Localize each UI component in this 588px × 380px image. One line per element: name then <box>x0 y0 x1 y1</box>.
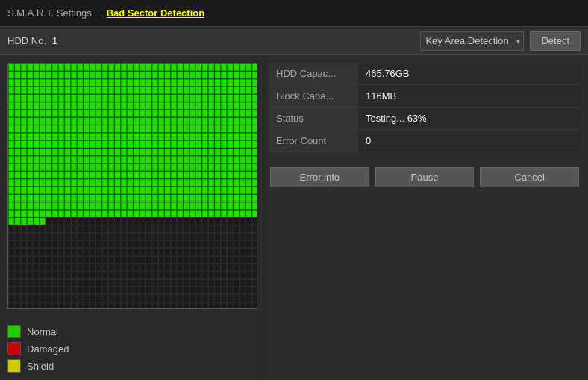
legend-damaged-color <box>7 342 21 355</box>
legend-shield-label: Shield <box>27 361 54 372</box>
hdd-value: 1 <box>52 35 57 46</box>
legend-normal-color <box>7 325 21 338</box>
toolbar: HDD No. 1 Key Area Detection Detect <box>0 27 588 55</box>
error-count-row: Error Count 0 <box>269 130 581 152</box>
detect-button[interactable]: Detect <box>530 31 581 51</box>
key-area-dropdown-wrapper: Key Area Detection <box>420 31 524 51</box>
tab-bad-sector[interactable]: Bad Sector Detection <box>107 7 204 19</box>
error-count-label: Error Count <box>269 130 358 152</box>
hdd-capacity-value: 465.76GB <box>358 63 581 85</box>
grid-container <box>7 63 257 309</box>
legend-normal: Normal <box>7 325 257 338</box>
error-count-value: 0 <box>358 130 581 152</box>
block-capacity-row: Block Capa... 116MB <box>269 85 581 108</box>
key-area-dropdown[interactable]: Key Area Detection <box>420 31 524 51</box>
sector-grid <box>8 63 257 309</box>
status-row: Status Testing... 63% <box>269 108 581 130</box>
action-buttons: Error info Pause Cancel <box>269 167 581 187</box>
main-content: Normal Damaged Shield HDD Capac... 465.7… <box>0 55 588 380</box>
hdd-capacity-row: HDD Capac... 465.76GB <box>269 63 581 85</box>
hdd-capacity-label: HDD Capac... <box>269 63 358 85</box>
error-info-button[interactable]: Error info <box>270 167 369 187</box>
pause-button[interactable]: Pause <box>375 167 475 187</box>
legend: Normal Damaged Shield <box>7 325 257 373</box>
info-table: HDD Capac... 465.76GB Block Capa... 116M… <box>269 63 581 152</box>
tab-smart[interactable]: S.M.A.R.T. Settings <box>7 7 92 19</box>
legend-damaged: Damaged <box>7 342 257 355</box>
legend-normal-label: Normal <box>27 326 58 337</box>
status-label: Status <box>269 108 358 130</box>
legend-shield: Shield <box>7 359 257 373</box>
legend-shield-color <box>7 359 21 373</box>
cancel-button[interactable]: Cancel <box>480 167 579 187</box>
hdd-label: HDD No. <box>7 35 46 46</box>
block-capacity-label: Block Capa... <box>269 85 358 108</box>
legend-damaged-label: Damaged <box>27 343 69 355</box>
block-capacity-value: 116MB <box>358 85 581 108</box>
right-panel: HDD Capac... 465.76GB Block Capa... 116M… <box>265 55 588 380</box>
status-value: Testing... 63% <box>358 108 581 130</box>
header: S.M.A.R.T. Settings Bad Sector Detection <box>0 0 588 27</box>
left-panel: Normal Damaged Shield <box>0 55 265 380</box>
